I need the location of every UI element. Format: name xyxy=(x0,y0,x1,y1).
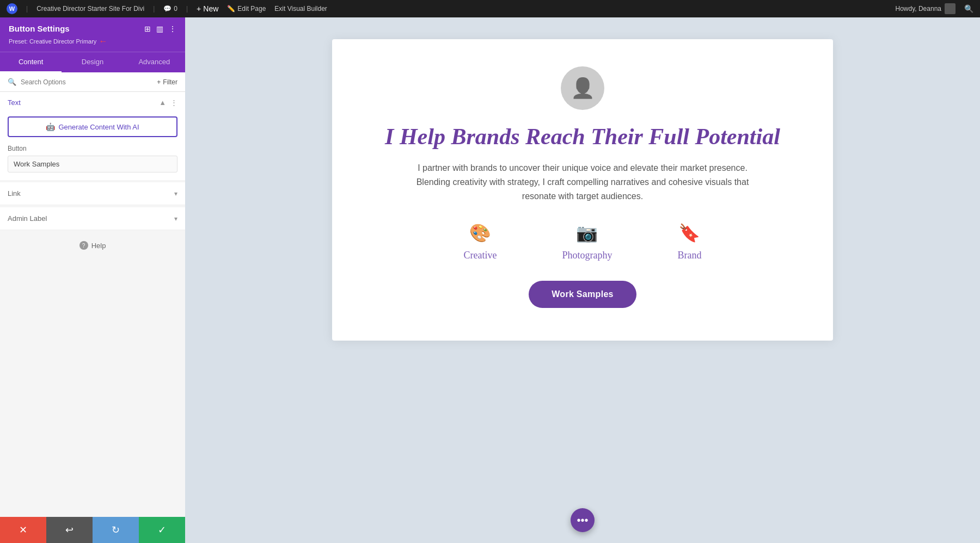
brand-icon: 🔖 xyxy=(678,223,700,243)
more-options-icon[interactable]: ⋮ xyxy=(169,24,176,33)
panel-preset: Preset: Creative Director Primary ← xyxy=(9,36,176,46)
tab-design[interactable]: Design xyxy=(62,52,123,72)
cancel-button[interactable]: ✕ xyxy=(0,517,46,543)
hero-title: I Help Brands Reach Their Full Potential xyxy=(385,123,780,150)
panel-content: 🔍 + Filter Text ▲ ⋮ 🤖 xyxy=(0,72,185,517)
ai-icon: 🤖 xyxy=(46,122,55,131)
panel-header: Button Settings ⊞ ▥ ⋮ Preset: Creative D… xyxy=(0,17,185,52)
preset-arrow-icon: ← xyxy=(99,36,107,46)
help-label[interactable]: Help xyxy=(91,242,106,250)
search-input[interactable] xyxy=(21,78,152,86)
admin-label-title: Admin Label xyxy=(8,214,47,223)
link-section: Link ▾ xyxy=(0,182,185,205)
admin-label-section: Admin Label ▾ xyxy=(0,207,185,230)
more-icon: ••• xyxy=(577,514,588,527)
redo-button[interactable]: ↻ xyxy=(93,517,139,543)
wp-logo-icon: W xyxy=(7,3,17,14)
comment-icon: 💬 xyxy=(163,5,171,13)
photography-icon: 📷 xyxy=(576,223,598,243)
creative-label: Creative xyxy=(464,250,497,261)
button-text-input[interactable] xyxy=(8,156,177,172)
text-section-header[interactable]: Text ▲ ⋮ xyxy=(0,92,185,113)
help-section: ? Help xyxy=(0,232,185,258)
new-button[interactable]: + New xyxy=(197,4,218,13)
help-icon[interactable]: ? xyxy=(79,241,88,250)
save-button[interactable]: ✓ xyxy=(139,517,185,543)
icons-row: 🎨 Creative 📷 Photography 🔖 Brand xyxy=(464,223,702,261)
edit-page-button[interactable]: ✏️ Edit Page xyxy=(227,5,266,13)
wp-admin-bar: W | Creative Director Starter Site For D… xyxy=(0,0,980,17)
exit-visual-builder-button[interactable]: Exit Visual Builder xyxy=(274,5,327,13)
link-section-header[interactable]: Link ▾ xyxy=(0,182,185,205)
ai-generate-button[interactable]: 🤖 Generate Content With AI xyxy=(8,116,177,137)
bottom-toolbar: ✕ ↩ ↻ ✓ xyxy=(0,517,185,543)
main-layout: Button Settings ⊞ ▥ ⋮ Preset: Creative D… xyxy=(0,17,980,543)
text-section: Text ▲ ⋮ 🤖 Generate Content With AI Butt… xyxy=(0,92,185,180)
button-field-label: Button xyxy=(8,145,177,152)
button-field-section: Button xyxy=(0,145,185,180)
search-icon[interactable]: 🔍 xyxy=(964,4,973,13)
undo-button[interactable]: ↩ xyxy=(46,517,93,543)
content-area: 👤 I Help Brands Reach Their Full Potenti… xyxy=(185,17,980,543)
chevron-down-icon: ▾ xyxy=(174,215,177,223)
photography-icon-item: 📷 Photography xyxy=(562,223,612,261)
brand-icon-item: 🔖 Brand xyxy=(677,223,701,261)
grid-icon[interactable]: ▥ xyxy=(156,24,163,33)
search-icon: 🔍 xyxy=(8,78,16,86)
tab-content[interactable]: Content xyxy=(0,52,62,72)
user-info: Howdy, Deanna xyxy=(896,3,956,14)
collapse-icon[interactable]: ▲ xyxy=(159,98,166,107)
hero-description: I partner with brands to uncover their u… xyxy=(414,161,751,203)
brand-label: Brand xyxy=(677,250,701,261)
search-bar: 🔍 + Filter xyxy=(0,72,185,92)
tab-advanced[interactable]: Advanced xyxy=(124,52,185,72)
user-avatar xyxy=(945,3,955,14)
edit-icon: ✏️ xyxy=(227,5,235,13)
filter-button[interactable]: + Filter xyxy=(157,78,177,86)
fab-button[interactable]: ••• xyxy=(571,508,595,532)
text-section-title: Text xyxy=(8,98,21,107)
admin-label-header[interactable]: Admin Label ▾ xyxy=(0,207,185,230)
section-menu-icon[interactable]: ⋮ xyxy=(170,98,177,107)
chevron-down-icon: ▾ xyxy=(174,190,177,198)
photography-label: Photography xyxy=(562,250,612,261)
copy-icon[interactable]: ⊞ xyxy=(144,24,151,33)
creative-icon-item: 🎨 Creative xyxy=(464,223,497,261)
avatar-image: 👤 xyxy=(571,77,595,100)
link-section-title: Link xyxy=(8,189,21,198)
panel-header-icons: ⊞ ▥ ⋮ xyxy=(144,24,176,33)
left-panel: Button Settings ⊞ ▥ ⋮ Preset: Creative D… xyxy=(0,17,185,543)
panel-tabs: Content Design Advanced xyxy=(0,52,185,72)
filter-icon: + xyxy=(157,78,161,86)
section-header-icons: ▲ ⋮ xyxy=(159,98,177,107)
comment-count[interactable]: 💬 0 xyxy=(163,5,177,13)
creative-icon: 🎨 xyxy=(469,223,491,243)
panel-title: Button Settings xyxy=(9,24,70,33)
hero-card: 👤 I Help Brands Reach Their Full Potenti… xyxy=(332,39,833,341)
work-samples-button[interactable]: Work Samples xyxy=(529,281,636,308)
site-name[interactable]: Creative Director Starter Site For Divi xyxy=(36,5,144,13)
hero-avatar: 👤 xyxy=(561,66,604,110)
